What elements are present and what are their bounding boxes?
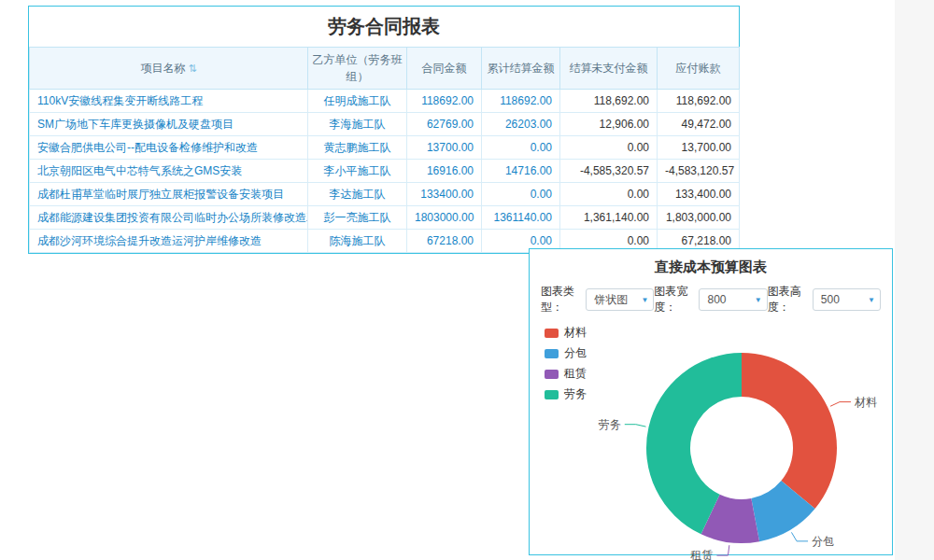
chevron-down-icon: ▼	[755, 289, 762, 312]
project-name-cell[interactable]: 成都杜甫草堂临时展厅独立展柜报警设备安装项目	[30, 183, 308, 206]
legend-item-租赁[interactable]: 租赁	[545, 366, 587, 382]
table-row: 成都能源建设集团投资有限公司临时办公场所装修改造工程EPC彭一亮施工队18030…	[30, 206, 740, 230]
column-header-5: 应付账款	[658, 48, 740, 90]
page: 劳务合同报表 项目名称⇅乙方单位（劳务班组）合同金额累计结算金额结算未支付金额应…	[0, 0, 934, 560]
pie-label: 分包	[812, 535, 834, 548]
chart-controls: 图表类型： 饼状图 ▼ 图表宽度： 800 ▼ 图表高度： 500 ▼	[530, 284, 892, 315]
legend-swatch	[545, 329, 559, 338]
report-table-body: 110kV安徽线程集变开断线路工程任明成施工队118692.00118692.0…	[30, 90, 740, 253]
pie-label: 劳务	[599, 418, 621, 431]
payable-cell: 118,692.00	[658, 90, 740, 113]
column-header-4: 结算未支付金额	[560, 48, 658, 90]
unpaid-amount-cell: 1,361,140.00	[560, 206, 658, 230]
settled-amount-cell: 0.00	[482, 183, 560, 206]
chevron-down-icon: ▼	[868, 289, 875, 312]
chart-title: 直接成本预算图表	[530, 249, 892, 282]
chart-width-control: 图表宽度： 800 ▼	[654, 284, 767, 315]
chart-height-control: 图表高度： 500 ▼	[768, 284, 881, 315]
legend-swatch	[545, 370, 559, 379]
payable-cell: 1,803,000.00	[658, 206, 740, 230]
contract-amount-cell: 16916.00	[407, 160, 482, 183]
unpaid-amount-cell: 118,692.00	[560, 90, 658, 113]
pie-label: 租赁	[689, 549, 713, 560]
column-header-2: 合同金额	[407, 48, 482, 90]
payable-cell: -4,583,120.57	[658, 160, 740, 183]
page-margin	[895, 0, 934, 560]
legend-swatch	[545, 349, 559, 358]
table-row: 北京朝阳区电气中芯特气系统之GMS安装李小平施工队16916.0014716.0…	[30, 160, 740, 183]
contract-amount-cell: 118692.00	[407, 90, 482, 113]
column-header-1: 乙方单位（劳务班组）	[308, 48, 407, 90]
sort-icon[interactable]: ⇅	[188, 63, 196, 74]
settled-amount-cell: 26203.00	[482, 113, 560, 136]
unpaid-amount-cell: 0.00	[560, 136, 658, 160]
project-name-cell[interactable]: SM广场地下车库更换摄像机及硬盘项目	[30, 113, 308, 136]
pie-label: 材料	[854, 396, 877, 409]
unit-cell[interactable]: 陈海施工队	[308, 230, 407, 253]
pie-label-line	[830, 402, 851, 407]
cost-chart-panel: 直接成本预算图表 图表类型： 饼状图 ▼ 图表宽度： 800 ▼ 图表高度： 5	[529, 248, 893, 555]
table-row: 110kV安徽线程集变开断线路工程任明成施工队118692.00118692.0…	[30, 90, 740, 113]
legend-label: 租赁	[564, 366, 587, 382]
column-header-0[interactable]: 项目名称⇅	[30, 48, 308, 90]
chart-type-select[interactable]: 饼状图 ▼	[586, 288, 654, 311]
contract-amount-cell: 62769.00	[407, 113, 482, 136]
project-name-cell[interactable]: 110kV安徽线程集变开断线路工程	[30, 90, 308, 113]
contract-amount-cell: 1803000.00	[407, 206, 482, 230]
project-name-cell[interactable]: 成都能源建设集团投资有限公司临时办公场所装修改造工程EPC	[30, 206, 308, 230]
chart-width-label: 图表宽度：	[654, 284, 696, 315]
table-row: SM广场地下车库更换摄像机及硬盘项目李海施工队62769.0026203.001…	[30, 113, 740, 136]
legend-item-材料[interactable]: 材料	[545, 325, 587, 341]
pie-label-line	[791, 532, 808, 540]
unpaid-amount-cell: 12,906.00	[560, 113, 658, 136]
labor-report-table: 项目名称⇅乙方单位（劳务班组）合同金额累计结算金额结算未支付金额应付账款 110…	[29, 47, 740, 253]
unit-cell[interactable]: 李达施工队	[308, 183, 407, 206]
unit-cell[interactable]: 黄志鹏施工队	[308, 136, 407, 160]
unit-cell[interactable]: 任明成施工队	[308, 90, 407, 113]
project-name-cell[interactable]: 安徽合肥供电公司--配电设备检修维护和改造	[30, 136, 308, 160]
column-header-label: 累计结算金额	[488, 62, 555, 75]
unit-cell[interactable]: 李小平施工队	[308, 160, 407, 183]
column-header-label: 乙方单位（劳务班组）	[313, 53, 403, 83]
contract-amount-cell: 13700.00	[407, 136, 482, 160]
contract-amount-cell: 133400.00	[407, 183, 482, 206]
chart-type-value: 饼状图	[594, 293, 628, 306]
unpaid-amount-cell: 0.00	[560, 183, 658, 206]
payable-cell: 133,400.00	[658, 183, 740, 206]
chart-type-control: 图表类型： 饼状图 ▼	[541, 284, 654, 315]
unpaid-amount-cell: -4,585,320.57	[560, 160, 658, 183]
column-header-label: 合同金额	[422, 62, 467, 75]
column-header-3: 累计结算金额	[482, 48, 560, 90]
unit-cell[interactable]: 李海施工队	[308, 113, 407, 136]
chart-height-value: 500	[821, 293, 840, 306]
column-header-label: 结算未支付金额	[570, 62, 648, 75]
payable-cell: 13,700.00	[658, 136, 740, 160]
chart-height-select[interactable]: 500 ▼	[813, 288, 881, 311]
table-row: 安徽合肥供电公司--配电设备检修维护和改造黄志鹏施工队13700.000.000…	[30, 136, 740, 160]
settled-amount-cell: 0.00	[482, 136, 560, 160]
chart-legend: 材料分包租赁劳务	[545, 325, 587, 402]
pie-slice-材料[interactable]	[742, 353, 837, 509]
pie-label-line	[625, 425, 646, 427]
settled-amount-cell: 1361140.00	[482, 206, 560, 230]
labor-report-panel: 劳务合同报表 项目名称⇅乙方单位（劳务班组）合同金额累计结算金额结算未支付金额应…	[28, 6, 740, 254]
pie-label-line	[716, 545, 729, 555]
contract-amount-cell: 67218.00	[407, 230, 482, 253]
legend-item-分包[interactable]: 分包	[545, 345, 587, 361]
report-title: 劳务合同报表	[29, 7, 739, 47]
settled-amount-cell: 14716.00	[482, 160, 560, 183]
chart-width-select[interactable]: 800 ▼	[699, 288, 767, 311]
column-header-label: 应付账款	[676, 62, 721, 75]
chart-type-label: 图表类型：	[541, 284, 583, 315]
legend-label: 劳务	[564, 386, 587, 402]
report-header-row: 项目名称⇅乙方单位（劳务班组）合同金额累计结算金额结算未支付金额应付账款	[30, 48, 740, 90]
project-name-cell[interactable]: 北京朝阳区电气中芯特气系统之GMS安装	[30, 160, 308, 183]
legend-swatch	[545, 390, 559, 399]
unit-cell[interactable]: 彭一亮施工队	[308, 206, 407, 230]
payable-cell: 49,472.00	[658, 113, 740, 136]
legend-label: 分包	[564, 345, 587, 361]
chart-area: 材料分包租赁劳务 材料分包租赁劳务	[530, 319, 892, 560]
project-name-cell[interactable]: 成都沙河环境综合提升改造运河护岸维修改造	[30, 230, 308, 253]
legend-item-劳务[interactable]: 劳务	[545, 386, 587, 402]
chart-width-value: 800	[707, 293, 726, 306]
